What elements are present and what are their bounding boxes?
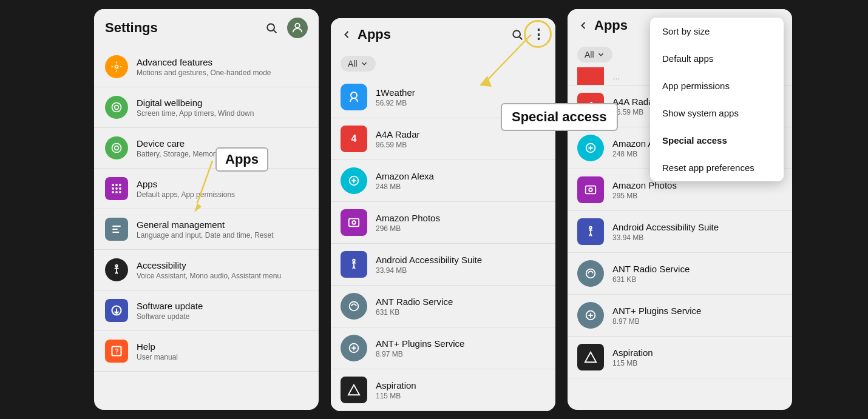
photos-icon bbox=[341, 209, 367, 236]
ant-plus-size: 8.97 MB bbox=[376, 350, 464, 358]
dropdown-reset-preferences[interactable]: Reset app preferences bbox=[650, 154, 784, 181]
device-title: Device care bbox=[137, 138, 219, 149]
settings-item-accessibility[interactable]: Accessibility Voice Assistant, Mono audi… bbox=[94, 250, 319, 290]
aspiration-icon bbox=[341, 377, 367, 403]
digital-subtitle: Screen time, App timers, Wind down bbox=[137, 109, 254, 118]
app-item-right-android-acc[interactable]: Android Accessibility Suite 33.94 MB bbox=[568, 211, 792, 253]
avatar[interactable] bbox=[287, 18, 308, 38]
ant-radio-name: ANT Radio Service bbox=[376, 297, 453, 307]
app-item-ant-radio[interactable]: ANT Radio Service 631 KB bbox=[331, 286, 555, 327]
svg-rect-13 bbox=[119, 187, 121, 189]
filter-label: All bbox=[348, 59, 358, 69]
dropdown-sort-by-size[interactable]: Sort by size bbox=[650, 18, 784, 45]
software-subtitle: Software update bbox=[137, 312, 203, 321]
app-item-right-ant-plus[interactable]: ANT+ Plugins Service 8.97 MB bbox=[568, 295, 792, 337]
dropdown-app-permissions[interactable]: App permissions bbox=[650, 72, 784, 99]
software-title: Software update bbox=[137, 301, 203, 311]
digital-icon bbox=[105, 96, 128, 119]
settings-item-digital[interactable]: Digital wellbeing Screen time, App timer… bbox=[94, 87, 319, 128]
ant-radio-info: ANT Radio Service 631 KB bbox=[376, 297, 453, 317]
advanced-text: Advanced features Motions and gestures, … bbox=[137, 57, 271, 77]
settings-header-icons bbox=[265, 18, 308, 38]
photos-name: Amazon Photos bbox=[376, 213, 440, 223]
app-item-photos[interactable]: Amazon Photos 296 MB bbox=[331, 202, 555, 244]
apps-header-icons: ⋮ bbox=[511, 27, 546, 42]
svg-point-20 bbox=[115, 265, 117, 267]
ant-plus-right-icon bbox=[577, 302, 604, 329]
ant-radio-right-icon bbox=[577, 260, 604, 287]
photos-size: 296 MB bbox=[376, 224, 440, 233]
search-button-apps[interactable] bbox=[511, 28, 523, 41]
svg-point-3 bbox=[115, 65, 118, 69]
dropdown-special-access[interactable]: Special access bbox=[650, 127, 784, 154]
svg-point-2 bbox=[295, 24, 299, 28]
app-right-partial-info: ... bbox=[612, 71, 620, 81]
app-item-right-ant-radio[interactable]: ANT Radio Service 631 KB bbox=[568, 253, 792, 295]
1weather-size: 56.92 MB bbox=[376, 99, 415, 107]
ant-plus-name: ANT+ Plugins Service bbox=[376, 338, 464, 349]
apps-right-header-left: Apps bbox=[577, 18, 628, 33]
help-text: Help User manual bbox=[137, 341, 178, 361]
1weather-name: 1Weather bbox=[376, 87, 415, 98]
back-button[interactable] bbox=[341, 28, 353, 41]
svg-point-6 bbox=[112, 144, 121, 153]
settings-header: Settings bbox=[94, 9, 319, 47]
filter-all-right-button[interactable]: All bbox=[577, 47, 612, 62]
app-right-partial-name: ... bbox=[612, 71, 620, 81]
aspiration-info: Aspiration 115 MB bbox=[376, 380, 416, 400]
ant-plus-right-size: 8.97 MB bbox=[612, 317, 701, 326]
settings-item-software[interactable]: Software update Software update bbox=[94, 290, 319, 331]
filter-right-label: All bbox=[585, 50, 594, 59]
more-options-icon[interactable]: ⋮ bbox=[532, 27, 546, 42]
aspiration-right-info: Aspiration 115 MB bbox=[612, 347, 653, 367]
svg-rect-43 bbox=[586, 186, 596, 194]
svg-point-46 bbox=[586, 269, 595, 278]
apps-panel: Apps ⋮ All bbox=[331, 18, 555, 411]
apps-icon bbox=[105, 177, 128, 200]
aspiration-right-name: Aspiration bbox=[612, 347, 653, 358]
svg-marker-25 bbox=[194, 203, 202, 212]
settings-panel: Settings Advanced features bbox=[94, 9, 319, 410]
search-icon[interactable] bbox=[265, 22, 277, 34]
back-button-right[interactable] bbox=[577, 19, 589, 32]
dropdown-default-apps[interactable]: Default apps bbox=[650, 45, 784, 72]
svg-rect-9 bbox=[115, 184, 117, 186]
android-acc-right-icon bbox=[577, 218, 604, 245]
svg-rect-12 bbox=[115, 187, 117, 189]
a4a-icon: 4 bbox=[341, 126, 367, 152]
svg-text:?: ? bbox=[115, 348, 119, 355]
advanced-icon bbox=[105, 55, 128, 78]
photos-info: Amazon Photos 296 MB bbox=[376, 213, 440, 233]
app-item-android-acc[interactable]: Android Accessibility Suite 33.94 MB bbox=[331, 244, 555, 286]
svg-rect-30 bbox=[349, 219, 359, 227]
ant-plus-right-info: ANT+ Plugins Service 8.97 MB bbox=[612, 306, 701, 326]
ant-radio-icon bbox=[341, 293, 367, 320]
svg-point-26 bbox=[513, 30, 520, 38]
settings-item-advanced[interactable]: Advanced features Motions and gestures, … bbox=[94, 47, 319, 87]
digital-title: Digital wellbeing bbox=[137, 98, 254, 108]
general-subtitle: Language and input, Date and time, Reset bbox=[137, 231, 274, 240]
svg-rect-8 bbox=[112, 184, 114, 186]
svg-point-33 bbox=[350, 302, 359, 311]
filter-row: All bbox=[331, 51, 555, 76]
dropdown-menu: Sort by size Default apps App permission… bbox=[650, 18, 784, 181]
settings-item-help[interactable]: ? Help User manual bbox=[94, 331, 319, 372]
app-item-ant-plus[interactable]: ANT+ Plugins Service 8.97 MB bbox=[331, 327, 555, 369]
app-item-aspiration[interactable]: Aspiration 115 MB bbox=[331, 369, 555, 411]
app-item-right-aspiration[interactable]: Aspiration 115 MB bbox=[568, 337, 792, 378]
a4a-size: 96.59 MB bbox=[376, 141, 420, 149]
filter-all-button[interactable]: All bbox=[341, 56, 376, 72]
svg-line-24 bbox=[197, 161, 212, 203]
svg-point-44 bbox=[589, 188, 592, 192]
svg-rect-14 bbox=[112, 191, 114, 193]
dropdown-show-system-apps[interactable]: Show system apps bbox=[650, 99, 784, 127]
ant-radio-right-size: 631 KB bbox=[612, 275, 690, 284]
ant-plus-right-name: ANT+ Plugins Service bbox=[612, 306, 701, 316]
device-icon bbox=[105, 136, 128, 159]
app-item-alexa[interactable]: Amazon Alexa 248 MB bbox=[331, 160, 555, 202]
android-acc-right-name: Android Accessibility Suite bbox=[612, 222, 719, 232]
photos-right-name: Amazon Photos bbox=[612, 180, 677, 190]
middle-panel-wrapper: Apps ⋮ All bbox=[325, 9, 561, 410]
svg-line-1 bbox=[274, 30, 277, 33]
right-panel-wrapper: Apps ⋮ All bbox=[568, 9, 792, 410]
